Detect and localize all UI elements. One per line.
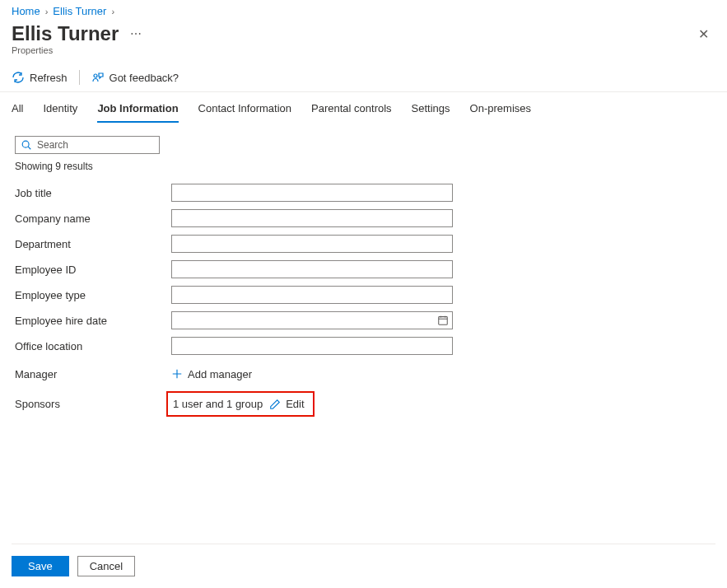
breadcrumb-home[interactable]: Home: [12, 5, 40, 17]
row-job-title: Job title: [15, 184, 715, 202]
label-company-name: Company name: [15, 212, 171, 225]
input-employee-id[interactable]: [171, 260, 453, 278]
search-icon: [21, 139, 32, 151]
label-employee-type: Employee type: [15, 289, 171, 301]
sponsors-highlight: 1 user and 1 group Edit: [166, 391, 315, 417]
input-job-title[interactable]: [171, 184, 453, 202]
tab-job-information[interactable]: Job Information: [97, 102, 178, 123]
row-employee-type: Employee type: [15, 286, 715, 304]
tab-settings[interactable]: Settings: [412, 102, 450, 123]
page-header: Ellis Turner ⋯ ✕: [0, 19, 727, 45]
row-office-location: Office location: [15, 337, 715, 355]
row-employee-id: Employee ID: [15, 260, 715, 278]
tab-on-premises[interactable]: On-premises: [470, 102, 531, 123]
row-manager: Manager Add manager: [15, 365, 715, 383]
tabs: All Identity Job Information Contact Inf…: [0, 92, 727, 123]
add-manager-button[interactable]: Add manager: [171, 368, 252, 380]
pencil-icon: [269, 399, 281, 410]
row-sponsors: Sponsors 1 user and 1 group Edit: [15, 391, 715, 417]
add-manager-label: Add manager: [188, 368, 252, 380]
input-hire-date[interactable]: [177, 315, 437, 327]
refresh-icon: [12, 71, 25, 84]
tab-identity[interactable]: Identity: [43, 102, 77, 123]
edit-sponsors-button[interactable]: Edit: [269, 398, 304, 410]
label-hire-date: Employee hire date: [15, 315, 171, 327]
tab-contact-information[interactable]: Contact Information: [198, 102, 291, 123]
svg-point-0: [94, 74, 97, 77]
footer-buttons: Save Cancel: [12, 556, 715, 576]
breadcrumb-user[interactable]: Ellis Turner: [53, 5, 106, 17]
label-office-location: Office location: [15, 340, 171, 352]
label-manager: Manager: [15, 368, 171, 380]
plus-icon: [171, 368, 183, 380]
row-company-name: Company name: [15, 209, 715, 227]
search-box[interactable]: [15, 136, 160, 154]
tab-parental-controls[interactable]: Parental controls: [311, 102, 392, 123]
footer: Save Cancel: [12, 544, 715, 576]
search-input[interactable]: [37, 139, 161, 151]
calendar-icon[interactable]: [437, 315, 449, 326]
more-actions-icon[interactable]: ⋯: [130, 27, 142, 40]
edit-sponsors-label: Edit: [286, 398, 304, 410]
label-employee-id: Employee ID: [15, 264, 171, 276]
content-area: Showing 9 results Job title Company name…: [0, 123, 727, 417]
label-department: Department: [15, 238, 171, 250]
breadcrumb: Home › Ellis Turner ›: [0, 0, 727, 19]
refresh-label: Refresh: [30, 72, 68, 84]
row-department: Department: [15, 235, 715, 253]
page-title: Ellis Turner: [12, 22, 119, 45]
input-company-name[interactable]: [171, 209, 453, 227]
row-hire-date: Employee hire date: [15, 311, 715, 329]
cancel-button[interactable]: Cancel: [77, 556, 135, 576]
chevron-right-icon: ›: [111, 7, 114, 16]
person-feedback-icon: [91, 71, 105, 84]
close-icon[interactable]: ✕: [692, 23, 715, 45]
svg-point-1: [22, 141, 29, 147]
save-button[interactable]: Save: [12, 556, 69, 576]
input-department[interactable]: [171, 235, 453, 253]
toolbar: Refresh Got feedback?: [0, 63, 727, 91]
svg-rect-2: [439, 317, 448, 325]
label-job-title: Job title: [15, 187, 171, 199]
refresh-button[interactable]: Refresh: [12, 71, 68, 84]
feedback-button[interactable]: Got feedback?: [91, 71, 179, 84]
chevron-right-icon: ›: [45, 7, 49, 16]
toolbar-separator: [79, 70, 80, 85]
tab-all[interactable]: All: [12, 102, 23, 123]
input-hire-date-wrap[interactable]: [171, 311, 453, 329]
input-office-location[interactable]: [171, 337, 453, 355]
footer-divider: [12, 544, 715, 544]
page-subtitle: Properties: [0, 45, 727, 63]
sponsors-value: 1 user and 1 group: [173, 398, 263, 410]
results-count: Showing 9 results: [15, 161, 715, 172]
label-sponsors: Sponsors: [15, 398, 171, 410]
feedback-label: Got feedback?: [110, 72, 179, 84]
input-employee-type[interactable]: [171, 286, 453, 304]
